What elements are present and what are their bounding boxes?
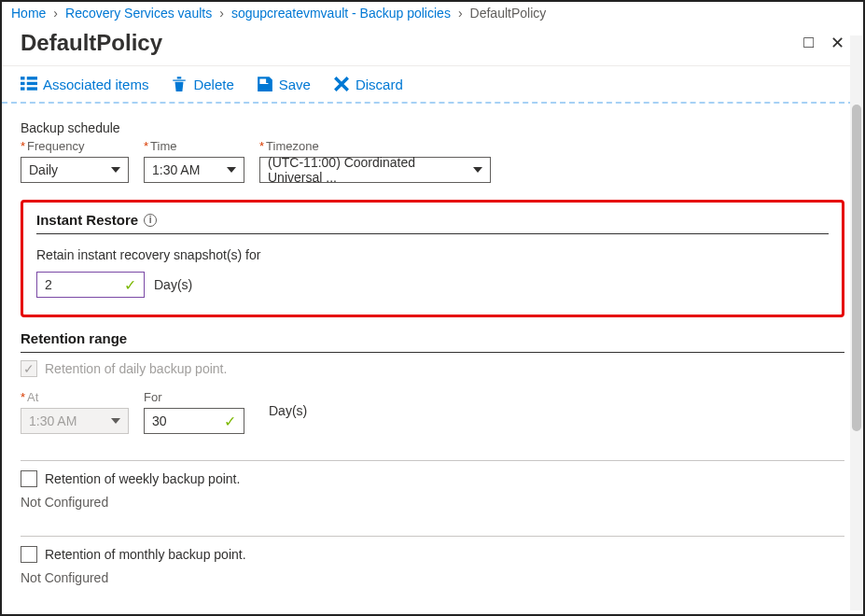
- timezone-value: (UTC-11:00) Coordinated Universal ...: [268, 155, 466, 185]
- scrollbar[interactable]: [850, 35, 863, 610]
- frequency-value: Daily: [29, 162, 58, 177]
- frequency-label: *Frequency: [21, 139, 129, 153]
- svg-rect-1: [27, 77, 37, 79]
- monthly-retention-label: Retention of monthly backup point.: [45, 547, 246, 562]
- save-icon: [257, 76, 273, 92]
- ret-at-select: 1:30 AM: [21, 408, 129, 434]
- chevron-right-icon: ›: [458, 6, 463, 21]
- monthly-not-configured: Not Configured: [21, 570, 844, 585]
- time-label: *Time: [144, 139, 244, 153]
- instant-days-value: 2: [45, 277, 52, 292]
- weekly-retention-label: Retention of weekly backup point.: [45, 471, 240, 486]
- check-icon: ✓: [224, 413, 236, 430]
- daily-retention-checkbox: ✓: [21, 360, 37, 377]
- time-value: 1:30 AM: [152, 162, 200, 177]
- svg-rect-3: [27, 82, 37, 85]
- svg-rect-4: [21, 87, 25, 90]
- close-icon[interactable]: ✕: [830, 33, 844, 53]
- divider: [21, 536, 844, 537]
- discard-label: Discard: [356, 77, 403, 92]
- chevron-down-icon: [111, 418, 120, 424]
- chevron-down-icon: [227, 167, 236, 173]
- ret-at-label: *At: [21, 390, 129, 404]
- discard-icon: [333, 76, 350, 92]
- timezone-label: *Timezone: [259, 139, 491, 153]
- svg-rect-5: [27, 87, 37, 90]
- time-select[interactable]: 1:30 AM: [144, 157, 244, 183]
- ret-for-input[interactable]: 30 ✓: [144, 408, 244, 434]
- breadcrumb-current: DefaultPolicy: [470, 6, 547, 21]
- instant-restore-title: Instant Restore: [36, 212, 138, 228]
- weekly-retention-checkbox[interactable]: [21, 470, 37, 487]
- chevron-right-icon: ›: [53, 6, 58, 21]
- svg-rect-2: [21, 82, 25, 85]
- blade-header: DefaultPolicy □ ✕: [2, 24, 863, 66]
- breadcrumb: Home › Recovery Services vaults › sogupc…: [2, 2, 863, 24]
- scrollbar-thumb[interactable]: [852, 105, 861, 431]
- instant-days-input[interactable]: 2 ✓: [36, 272, 145, 298]
- ret-for-value: 30: [152, 413, 167, 428]
- chevron-down-icon: [473, 167, 482, 173]
- frequency-select[interactable]: Daily: [21, 157, 129, 183]
- delete-label: Delete: [193, 77, 233, 92]
- instant-restore-highlight: Instant Restore i Retain instant recover…: [21, 200, 844, 317]
- ret-for-unit: Day(s): [269, 403, 307, 422]
- delete-button[interactable]: Delete: [171, 76, 233, 92]
- info-icon[interactable]: i: [144, 214, 157, 227]
- associated-items-label: Associated items: [43, 77, 148, 92]
- save-label: Save: [279, 77, 311, 92]
- discard-button[interactable]: Discard: [333, 76, 403, 92]
- instant-restore-header: Instant Restore i: [36, 212, 829, 234]
- check-icon: ✓: [124, 276, 136, 294]
- trash-icon: [171, 76, 188, 92]
- monthly-retention-checkbox[interactable]: [21, 546, 37, 563]
- list-icon: [21, 76, 37, 92]
- ret-at-value: 1:30 AM: [29, 413, 77, 428]
- chevron-down-icon: [111, 167, 120, 173]
- daily-retention-label: Retention of daily backup point.: [45, 361, 227, 376]
- retention-range-header: Retention range: [21, 330, 844, 353]
- breadcrumb-home[interactable]: Home: [11, 6, 46, 21]
- page-title: DefaultPolicy: [21, 30, 803, 56]
- timezone-select[interactable]: (UTC-11:00) Coordinated Universal ...: [259, 157, 491, 183]
- divider: [21, 460, 844, 461]
- breadcrumb-vaults[interactable]: Recovery Services vaults: [65, 6, 212, 21]
- command-bar: Associated items Delete Save Discard: [2, 66, 863, 104]
- svg-rect-0: [21, 77, 25, 79]
- maximize-icon[interactable]: □: [803, 33, 814, 53]
- weekly-not-configured: Not Configured: [21, 495, 844, 510]
- instant-retain-label: Retain instant recovery snapshot(s) for: [36, 247, 829, 262]
- instant-days-unit: Day(s): [154, 277, 192, 292]
- chevron-right-icon: ›: [219, 6, 224, 21]
- breadcrumb-vault-policies[interactable]: sogupcreatevmvault - Backup policies: [231, 6, 451, 21]
- save-button[interactable]: Save: [257, 76, 311, 92]
- ret-for-label: For: [144, 390, 244, 404]
- associated-items-button[interactable]: Associated items: [21, 76, 148, 92]
- backup-schedule-title: Backup schedule: [21, 120, 844, 135]
